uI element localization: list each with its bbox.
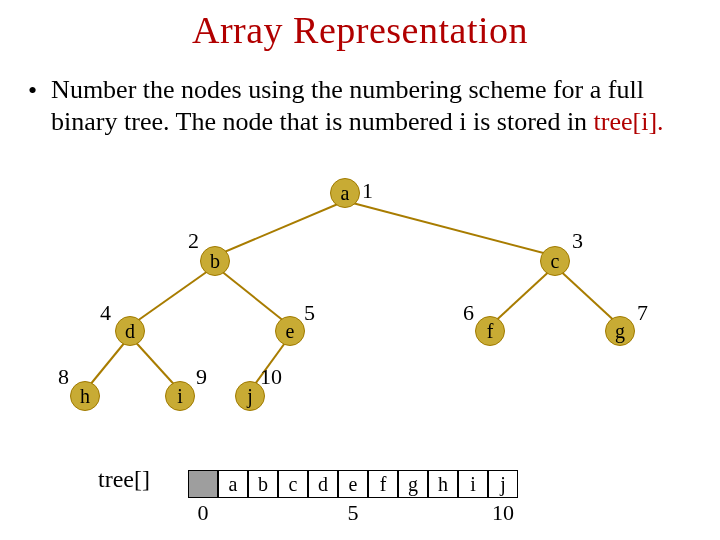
- num-i: 9: [196, 364, 207, 390]
- node-g: g: [605, 316, 635, 346]
- body-text-main: Number the nodes using the numbering sch…: [51, 75, 644, 136]
- node-e: e: [275, 316, 305, 346]
- num-h: 8: [58, 364, 69, 390]
- arr-cell-4: d: [308, 470, 338, 498]
- node-i: i: [165, 381, 195, 411]
- arr-cell-8: h: [428, 470, 458, 498]
- svg-line-5: [555, 266, 620, 326]
- num-f: 6: [463, 300, 474, 326]
- bullet-dot: •: [28, 76, 37, 106]
- num-j: 10: [260, 364, 282, 390]
- node-h: h: [70, 381, 100, 411]
- svg-line-2: [130, 266, 215, 326]
- num-a: 1: [362, 178, 373, 204]
- arr-cell-2: b: [248, 470, 278, 498]
- num-d: 4: [100, 300, 111, 326]
- tree-diagram: a 1 b 2 c 3 d 4 e 5 f 6 g 7 h 8 i 9 j 10…: [0, 178, 720, 540]
- arr-cell-0: [188, 470, 218, 498]
- arr-cell-6: f: [368, 470, 398, 498]
- array-label: tree[]: [98, 466, 150, 493]
- slide-title: Array Representation: [0, 8, 720, 52]
- arr-idx-5: 5: [338, 500, 368, 526]
- arr-cell-5: e: [338, 470, 368, 498]
- tree-i-text: tree[i].: [594, 107, 664, 136]
- num-e: 5: [304, 300, 315, 326]
- svg-line-3: [215, 266, 290, 326]
- arr-cell-3: c: [278, 470, 308, 498]
- arr-idx-10: 10: [488, 500, 518, 526]
- arr-idx-0: 0: [188, 500, 218, 526]
- bullet-row: • Number the nodes using the numbering s…: [28, 74, 700, 138]
- num-g: 7: [637, 300, 648, 326]
- node-f: f: [475, 316, 505, 346]
- arr-cell-10: j: [488, 470, 518, 498]
- arr-cell-9: i: [458, 470, 488, 498]
- node-b: b: [200, 246, 230, 276]
- array-cells: a b c d e f g h i j 0 5 10: [188, 470, 548, 530]
- svg-line-1: [345, 201, 555, 256]
- node-d: d: [115, 316, 145, 346]
- svg-line-4: [490, 266, 555, 326]
- body-text: Number the nodes using the numbering sch…: [51, 74, 691, 138]
- num-b: 2: [188, 228, 199, 254]
- arr-cell-7: g: [398, 470, 428, 498]
- arr-cell-1: a: [218, 470, 248, 498]
- num-c: 3: [572, 228, 583, 254]
- node-c: c: [540, 246, 570, 276]
- svg-line-0: [215, 201, 345, 256]
- node-a: a: [330, 178, 360, 208]
